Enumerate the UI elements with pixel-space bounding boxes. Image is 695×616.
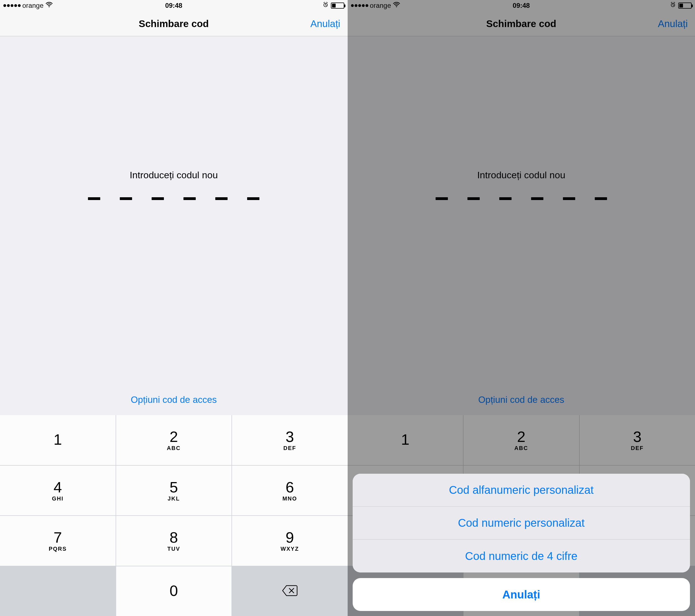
alarm-icon [670,2,676,10]
key-9[interactable]: 9WXYZ [232,516,348,566]
svg-point-2 [396,6,397,7]
sheet-cancel-button[interactable]: Anulați [353,578,690,611]
passcode-dashes [436,197,607,200]
status-time: 09:48 [513,2,530,10]
cancel-button[interactable]: Anulați [658,18,688,29]
key-3[interactable]: 3DEF [232,415,348,465]
backspace-key[interactable] [232,566,348,616]
passcode-options-link[interactable]: Opțiuni cod de acces [478,394,564,405]
option-alphanumeric[interactable]: Cod alfanumeric personalizat [353,474,690,507]
cancel-button[interactable]: Anulați [310,18,340,29]
key-6[interactable]: 6MNO [232,465,348,515]
svg-point-0 [49,6,50,7]
content-area: Introduceți codul nou Opțiuni cod de acc… [0,36,348,616]
passcode-options-sheet: Cod alfanumeric personalizat Cod numeric… [353,474,690,611]
alarm-icon [323,2,329,10]
numeric-keypad: 1 2ABC 3DEF 4GHI 5JKL 6MNO 7PQRS 8TUV 9W… [0,415,348,616]
passcode-options-link[interactable]: Opțiuni cod de acces [131,394,217,405]
status-time: 09:48 [165,2,182,10]
key-1[interactable]: 1 [348,415,463,465]
key-2[interactable]: 2ABC [463,415,579,465]
prompt-label: Introduceți codul nou [130,170,218,180]
signal-dots-icon [351,4,368,7]
key-1[interactable]: 1 [0,415,116,465]
screen-left: orange 09:48 Schimbare cod Anulați Intro… [0,0,348,616]
option-custom-numeric[interactable]: Cod numeric personalizat [353,507,690,540]
key-8[interactable]: 8TUV [116,516,232,566]
key-2[interactable]: 2ABC [116,415,232,465]
option-4digit[interactable]: Cod numeric de 4 cifre [353,540,690,573]
carrier-label: orange [370,2,391,10]
passcode-dashes [88,197,259,200]
backspace-icon [282,584,298,598]
nav-bar: Schimbare cod Anulați [0,11,348,36]
sheet-options-group: Cod alfanumeric personalizat Cod numeric… [353,474,690,573]
key-5[interactable]: 5JKL [116,465,232,515]
key-0[interactable]: 0 [116,566,232,616]
carrier-label: orange [22,2,44,10]
screen-right: orange 09:48 Schimbare cod Anulați Intro… [348,0,695,616]
battery-icon [678,2,692,8]
nav-bar: Schimbare cod Anulați [348,11,695,36]
status-bar: orange 09:48 [348,0,695,11]
key-7[interactable]: 7PQRS [0,516,116,566]
signal-dots-icon [3,4,21,7]
status-bar: orange 09:48 [0,0,348,11]
key-3[interactable]: 3DEF [580,415,695,465]
page-title: Schimbare cod [139,18,209,29]
page-title: Schimbare cod [486,18,556,29]
key-empty [0,566,116,616]
prompt-label: Introduceți codul nou [477,170,565,180]
wifi-icon [45,1,53,10]
wifi-icon [393,1,401,10]
battery-icon [331,2,344,8]
key-4[interactable]: 4GHI [0,465,116,515]
